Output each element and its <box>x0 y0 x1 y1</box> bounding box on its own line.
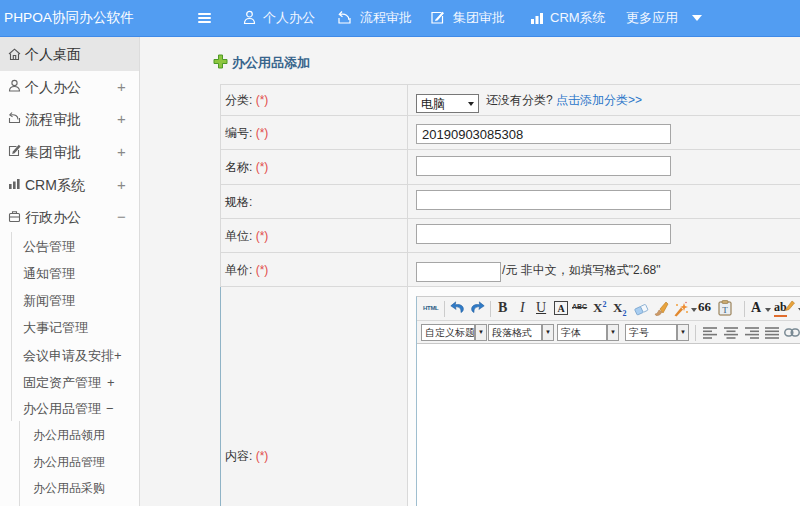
svg-text:T: T <box>722 305 728 315</box>
